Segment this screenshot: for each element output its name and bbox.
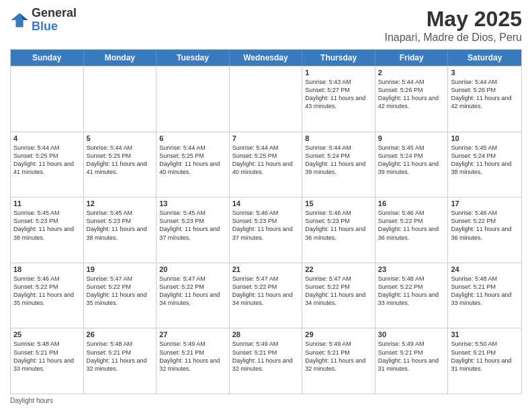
cell-content: Sunset: 5:21 PM: [451, 349, 519, 357]
cell-content: Sunrise: 5:45 AM: [87, 209, 154, 217]
calendar-cell: 15Sunrise: 5:46 AMSunset: 5:23 PMDayligh…: [302, 197, 375, 263]
cell-content: Sunrise: 5:50 AM: [451, 340, 519, 348]
cell-content: Sunrise: 5:48 AM: [451, 275, 519, 283]
day-number: 30: [378, 330, 445, 338]
calendar-cell: 30Sunrise: 5:49 AMSunset: 5:21 PMDayligh…: [375, 328, 449, 394]
cell-content: Daylight: 11 hours and 39 minutes.: [305, 160, 372, 176]
day-number: 15: [305, 199, 372, 208]
cell-content: Daylight: 11 hours and 35 minutes.: [87, 291, 154, 307]
day-number: 4: [13, 134, 81, 142]
cell-content: Sunrise: 5:47 AM: [87, 275, 154, 283]
cell-content: Sunrise: 5:46 AM: [232, 209, 300, 217]
day-number: 28: [232, 330, 300, 338]
cell-content: Sunset: 5:25 PM: [159, 152, 226, 160]
cell-content: Sunset: 5:23 PM: [305, 217, 372, 225]
day-number: 1: [305, 68, 372, 77]
day-number: 2: [378, 68, 445, 77]
page-subtitle: Inapari, Madre de Dios, Peru: [384, 32, 522, 44]
calendar-cell: 6Sunrise: 5:44 AMSunset: 5:25 PMDaylight…: [157, 132, 230, 197]
day-number: 14: [232, 199, 300, 208]
cell-content: Daylight: 11 hours and 41 minutes.: [87, 160, 154, 176]
cell-content: Sunrise: 5:49 AM: [159, 340, 226, 348]
day-number: 10: [451, 134, 519, 142]
cell-content: Sunrise: 5:47 AM: [159, 275, 226, 283]
cell-content: Sunset: 5:22 PM: [378, 283, 445, 291]
title-block: May 2025 Inapari, Madre de Dios, Peru: [384, 7, 522, 44]
cell-content: Sunset: 5:26 PM: [451, 86, 519, 94]
cell-content: Daylight: 11 hours and 34 minutes.: [305, 291, 372, 307]
cell-content: Sunrise: 5:46 AM: [13, 275, 81, 283]
calendar-cell: [230, 66, 303, 132]
cell-content: Sunset: 5:22 PM: [159, 283, 226, 291]
calendar-body: 1Sunrise: 5:43 AMSunset: 5:27 PMDaylight…: [11, 66, 521, 394]
cell-content: Sunset: 5:23 PM: [232, 217, 300, 225]
cell-content: Sunset: 5:23 PM: [159, 217, 226, 225]
day-number: 24: [451, 265, 519, 273]
cell-content: Sunset: 5:21 PM: [13, 349, 81, 357]
footer: Daylight hours: [10, 397, 522, 404]
calendar-cell: 24Sunrise: 5:48 AMSunset: 5:21 PMDayligh…: [448, 263, 521, 328]
calendar: SundayMondayTuesdayWednesdayThursdayFrid…: [10, 49, 522, 394]
cell-content: Sunrise: 5:43 AM: [305, 78, 372, 86]
calendar-cell: [157, 66, 230, 132]
page-title: May 2025: [384, 7, 522, 32]
calendar-row: 18Sunrise: 5:46 AMSunset: 5:22 PMDayligh…: [11, 263, 521, 328]
calendar-cell: 4Sunrise: 5:44 AMSunset: 5:25 PMDaylight…: [11, 132, 84, 197]
cell-content: Sunset: 5:21 PM: [305, 349, 372, 357]
cell-content: Daylight: 11 hours and 39 minutes.: [378, 160, 445, 176]
calendar-cell: 2Sunrise: 5:44 AMSunset: 5:26 PMDaylight…: [375, 66, 449, 132]
cell-content: Daylight: 11 hours and 33 minutes.: [378, 291, 445, 307]
cell-content: Sunrise: 5:45 AM: [378, 144, 445, 152]
day-number: 9: [378, 134, 445, 142]
day-number: 6: [159, 134, 226, 142]
day-number: 5: [87, 134, 154, 142]
cell-content: Daylight: 11 hours and 36 minutes.: [305, 225, 372, 241]
calendar-cell: 26Sunrise: 5:48 AMSunset: 5:21 PMDayligh…: [84, 328, 157, 394]
cell-content: Daylight: 11 hours and 32 minutes.: [305, 357, 372, 373]
calendar-cell: 12Sunrise: 5:45 AMSunset: 5:23 PMDayligh…: [84, 197, 157, 263]
cell-content: Sunset: 5:22 PM: [232, 283, 300, 291]
cell-content: Sunrise: 5:47 AM: [305, 275, 372, 283]
day-number: 8: [305, 134, 372, 142]
cell-content: Sunset: 5:21 PM: [159, 349, 226, 357]
cell-content: Sunrise: 5:45 AM: [13, 209, 81, 217]
cell-content: Daylight: 11 hours and 31 minutes.: [378, 357, 445, 373]
logo: General Blue: [10, 7, 77, 34]
cell-content: Sunset: 5:23 PM: [87, 217, 154, 225]
cell-content: Daylight: 11 hours and 32 minutes.: [87, 357, 154, 373]
cell-content: Sunrise: 5:46 AM: [451, 209, 519, 217]
cell-content: Sunset: 5:23 PM: [13, 217, 81, 225]
calendar-cell: 31Sunrise: 5:50 AMSunset: 5:21 PMDayligh…: [448, 328, 521, 394]
calendar-header-cell: Sunday: [11, 50, 84, 66]
calendar-cell: 14Sunrise: 5:46 AMSunset: 5:23 PMDayligh…: [230, 197, 303, 263]
day-number: 7: [232, 134, 300, 142]
day-number: 17: [451, 199, 519, 208]
calendar-cell: 29Sunrise: 5:49 AMSunset: 5:21 PMDayligh…: [302, 328, 375, 394]
cell-content: Daylight: 11 hours and 38 minutes.: [87, 225, 154, 241]
header: General Blue May 2025 Inapari, Madre de …: [10, 7, 522, 44]
cell-content: Sunrise: 5:49 AM: [305, 340, 372, 348]
cell-content: Sunset: 5:21 PM: [378, 349, 445, 357]
calendar-cell: 8Sunrise: 5:44 AMSunset: 5:24 PMDaylight…: [302, 132, 375, 197]
logo-blue-text: Blue: [32, 20, 77, 34]
calendar-cell: 20Sunrise: 5:47 AMSunset: 5:22 PMDayligh…: [157, 263, 230, 328]
calendar-cell: 9Sunrise: 5:45 AMSunset: 5:24 PMDaylight…: [375, 132, 449, 197]
calendar-cell: 5Sunrise: 5:44 AMSunset: 5:25 PMDaylight…: [84, 132, 157, 197]
cell-content: Sunrise: 5:46 AM: [378, 209, 445, 217]
day-number: 23: [378, 265, 445, 273]
cell-content: Sunrise: 5:48 AM: [13, 340, 81, 348]
logo-text: General Blue: [32, 7, 77, 34]
calendar-header-cell: Friday: [375, 50, 449, 66]
cell-content: Daylight: 11 hours and 37 minutes.: [232, 225, 300, 241]
calendar-cell: 19Sunrise: 5:47 AMSunset: 5:22 PMDayligh…: [84, 263, 157, 328]
calendar-row: 11Sunrise: 5:45 AMSunset: 5:23 PMDayligh…: [11, 197, 521, 263]
cell-content: Sunset: 5:21 PM: [87, 349, 154, 357]
day-number: 20: [159, 265, 226, 273]
day-number: 19: [87, 265, 154, 273]
cell-content: Sunrise: 5:44 AM: [87, 144, 154, 152]
day-number: 18: [13, 265, 81, 273]
cell-content: Daylight: 11 hours and 38 minutes.: [451, 160, 519, 176]
day-number: 29: [305, 330, 372, 338]
cell-content: Daylight: 11 hours and 32 minutes.: [232, 357, 300, 373]
calendar-header-cell: Tuesday: [157, 50, 230, 66]
